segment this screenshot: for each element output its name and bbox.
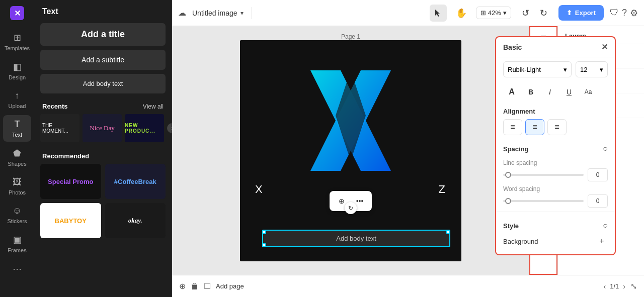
design-icon: ◧ <box>13 61 22 72</box>
spacing-section: Line spacing 0 Word spacing 0 <box>496 155 615 212</box>
selection-handle-tr[interactable] <box>446 230 450 234</box>
underline-button[interactable]: U <box>560 83 578 101</box>
sidebar-item-stickers[interactable]: ☺ Stickers <box>3 202 31 228</box>
font-size-select[interactable]: 12 ▾ <box>576 61 608 77</box>
basic-panel-title: Basic <box>503 43 522 51</box>
sidebar-item-label: Stickers <box>7 218 27 224</box>
add-subtitle-button[interactable]: Add a subtitle <box>40 50 166 70</box>
sidebar-item-design[interactable]: ◧ Design <box>3 57 31 84</box>
style-toggle[interactable]: ○ <box>603 221 608 230</box>
title-caret-icon: ▾ <box>240 10 244 17</box>
font-color-button[interactable]: A <box>503 83 520 101</box>
shield-icon[interactable]: 🛡 <box>610 8 619 18</box>
line-spacing-value[interactable]: 0 <box>588 168 608 181</box>
bold-button[interactable]: B <box>522 83 539 101</box>
align-left-button[interactable]: ≡ <box>503 119 522 135</box>
canvas[interactable]: X Z ⊕ ••• Add body text ↻ <box>240 40 461 261</box>
add-page-icon[interactable]: ☐ <box>204 281 211 291</box>
add-background-button[interactable]: + <box>596 235 608 247</box>
settings-icon[interactable]: ⚙ <box>630 8 638 19</box>
rec-item-1[interactable]: Special Promo <box>40 164 101 199</box>
recents-label: Recents <box>42 103 68 110</box>
export-button[interactable]: ⬆ Export <box>558 5 604 21</box>
sidebar-item-shapes[interactable]: ⬟ Shapes <box>3 144 31 171</box>
hand-tool-button[interactable]: ✋ <box>453 5 470 22</box>
top-divider <box>252 7 252 19</box>
photos-icon: 🖼 <box>13 177 22 187</box>
selection-handle-tl[interactable] <box>262 230 266 234</box>
copy-page-icon[interactable]: ⊕ <box>179 281 186 291</box>
rotate-handle[interactable]: ↻ <box>345 202 357 214</box>
prev-page-button[interactable]: ‹ <box>604 282 606 290</box>
x-logo-svg <box>295 65 406 176</box>
recent-item-1[interactable]: THE MOMENT... <box>40 114 79 142</box>
font-select-caret: ▾ <box>564 66 567 73</box>
align-center-button[interactable]: ≡ <box>525 119 544 135</box>
svg-text:✕: ✕ <box>14 9 21 18</box>
format-row: A B I U Aa <box>496 81 615 103</box>
recent-items-grid: THE MOMENT... Nice Day NEW PRODUC... › <box>34 114 172 148</box>
sidebar-item-frames[interactable]: ▣ Frames <box>3 230 31 257</box>
text-panel: Text Add a title Add a subtitle Add body… <box>34 0 172 297</box>
help-icon[interactable]: ? <box>622 8 627 18</box>
sidebar-item-photos[interactable]: 🖼 Photos <box>3 173 31 200</box>
recent-item-3[interactable]: NEW PRODUC... <box>125 114 164 142</box>
line-spacing-thumb[interactable] <box>505 172 511 178</box>
page-num: 1/1 <box>610 282 619 290</box>
basic-panel-close-button[interactable]: ✕ <box>601 42 608 52</box>
bottom-bar: ⊕ 🗑 ☐ Add page ‹ 1/1 › ⤡ <box>172 275 644 297</box>
sidebar-item-label: Design <box>9 74 26 80</box>
cloud-save-button[interactable]: ☁ <box>178 8 186 18</box>
align-right-button[interactable]: ≡ <box>547 119 567 135</box>
top-right-icons: 🛡 ? ⚙ <box>610 8 638 19</box>
recommended-label: Recommended <box>34 148 172 164</box>
rec-item-2[interactable]: #CoffeeBreak <box>105 164 166 199</box>
recent-item-2[interactable]: Nice Day <box>83 114 122 142</box>
add-page-label[interactable]: Add page <box>216 282 244 290</box>
delete-page-icon[interactable]: 🗑 <box>191 282 199 291</box>
word-spacing-thumb[interactable] <box>505 198 511 204</box>
spacing-label: Spacing <box>503 145 529 153</box>
zoom-control[interactable]: ⊞ 42% ▾ <box>476 7 511 19</box>
zoom-caret-icon: ▾ <box>503 9 507 17</box>
line-spacing-label: Line spacing <box>503 159 608 166</box>
font-row: Rubik-Light ▾ 12 ▾ <box>496 57 615 81</box>
word-spacing-value[interactable]: 0 <box>588 194 608 208</box>
line-spacing-slider[interactable] <box>503 174 584 176</box>
sidebar-item-more[interactable]: ⋯ <box>3 259 31 278</box>
alignment-row: ≡ ≡ ≡ <box>496 117 615 139</box>
canvas-container[interactable]: Page 1 <box>172 26 529 275</box>
expand-button[interactable]: ⤡ <box>630 281 637 291</box>
next-page-button[interactable]: › <box>623 282 625 290</box>
doc-title-area[interactable]: Untitled image ▾ <box>192 9 244 17</box>
font-family-select[interactable]: Rubik-Light ▾ <box>503 61 572 77</box>
rec-item-4[interactable]: okay. <box>105 203 166 238</box>
spacing-toggle[interactable]: ○ <box>603 144 608 153</box>
select-tool-button[interactable] <box>430 5 447 22</box>
sidebar-item-text[interactable]: T Text <box>3 115 31 142</box>
recents-next-button[interactable]: › <box>167 123 172 133</box>
add-title-button[interactable]: Add a title <box>40 23 166 46</box>
word-spacing-slider-row: 0 <box>503 194 608 208</box>
export-icon: ⬆ <box>567 9 572 17</box>
alignment-section-header: Alignment <box>496 103 615 117</box>
doc-title[interactable]: Untitled image <box>192 9 237 17</box>
word-spacing-slider[interactable] <box>503 200 584 202</box>
redo-button[interactable]: ↻ <box>535 5 552 22</box>
left-sidebar: ✕ ⊞ Templates ◧ Design ↑ Upload T Text ⬟… <box>0 0 34 297</box>
app-logo[interactable]: ✕ <box>8 4 26 22</box>
selection-handle-bl[interactable] <box>262 243 266 247</box>
italic-button[interactable]: I <box>541 83 558 101</box>
sidebar-item-templates[interactable]: ⊞ Templates <box>3 28 31 55</box>
undo-button[interactable]: ↺ <box>517 5 534 22</box>
view-all-link[interactable]: View all <box>143 103 164 110</box>
sidebar-item-upload[interactable]: ↑ Upload <box>3 86 31 113</box>
upload-icon: ↑ <box>15 90 20 101</box>
rec-item-3[interactable]: BABYTOY <box>40 203 101 238</box>
body-text-element[interactable]: Add body text <box>262 230 450 247</box>
add-body-button[interactable]: Add body text <box>40 74 166 93</box>
panel-title: Text <box>34 0 172 21</box>
case-button[interactable]: Aa <box>580 83 597 101</box>
basic-panel: Basic ✕ Rubik-Light ▾ 12 ▾ A B I U Aa <box>495 36 616 255</box>
font-family-value: Rubik-Light <box>508 66 541 73</box>
